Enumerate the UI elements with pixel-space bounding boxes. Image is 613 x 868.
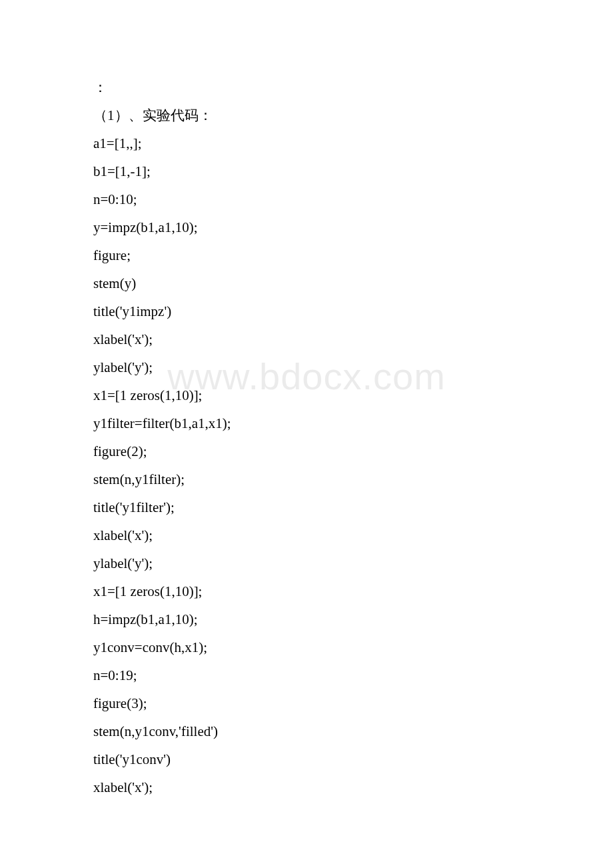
code-line: xlabel('x'); xyxy=(93,773,520,801)
code-line: stem(n,y1conv,'filled') xyxy=(93,717,520,745)
code-line: h=impz(b1,a1,10); xyxy=(93,605,520,633)
code-line: figure(2); xyxy=(93,437,520,465)
code-line: figure(3); xyxy=(93,689,520,717)
document-page: ： （1）、实验代码： a1=[1,,]; b1=[1,-1]; n=0:10;… xyxy=(0,0,613,841)
code-line: y=impz(b1,a1,10); xyxy=(93,213,520,241)
code-line: title('y1conv') xyxy=(93,745,520,773)
code-line: x1=[1 zeros(1,10)]; xyxy=(93,381,520,409)
code-line: b1=[1,-1]; xyxy=(93,157,520,185)
code-line: y1conv=conv(h,x1); xyxy=(93,633,520,661)
code-line: （1）、实验代码： xyxy=(93,101,520,129)
code-line: title('y1impz') xyxy=(93,297,520,325)
code-line: figure; xyxy=(93,241,520,269)
code-line: a1=[1,,]; xyxy=(93,129,520,157)
code-line: xlabel('x'); xyxy=(93,325,520,353)
code-line: x1=[1 zeros(1,10)]; xyxy=(93,577,520,605)
code-line: title('y1filter'); xyxy=(93,493,520,521)
code-line: ： xyxy=(93,73,520,101)
code-line: stem(y) xyxy=(93,269,520,297)
code-line: n=0:19; xyxy=(93,661,520,689)
code-line: y1filter=filter(b1,a1,x1); xyxy=(93,409,520,437)
code-line: ylabel('y'); xyxy=(93,353,520,381)
code-line: stem(n,y1filter); xyxy=(93,465,520,493)
code-line: ylabel('y'); xyxy=(93,549,520,577)
code-line: xlabel('x'); xyxy=(93,521,520,549)
code-line: n=0:10; xyxy=(93,185,520,213)
